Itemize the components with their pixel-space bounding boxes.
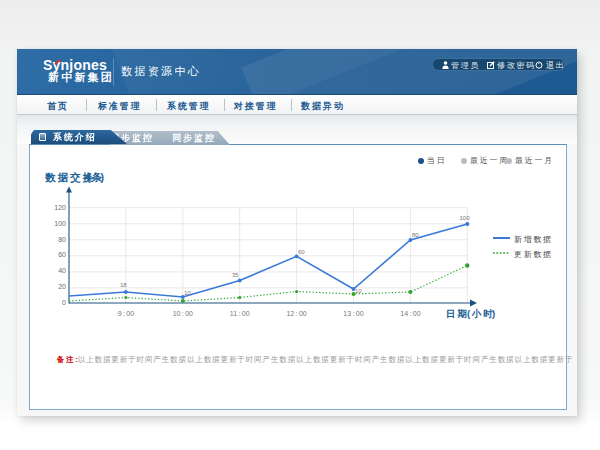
svg-text:35: 35	[232, 272, 239, 278]
svg-text:更新数据: 更新数据	[514, 250, 553, 259]
svg-text:80: 80	[58, 236, 66, 243]
svg-text:40: 40	[58, 267, 66, 274]
svg-text:120: 120	[54, 204, 66, 211]
svg-text:13 : 00: 13 : 00	[343, 310, 363, 317]
svg-text:60: 60	[298, 249, 305, 255]
svg-text:100: 100	[54, 220, 66, 227]
svg-text:10: 10	[355, 288, 362, 294]
svg-text:(: (	[87, 171, 91, 183]
svg-text:0: 0	[62, 299, 66, 306]
svg-text:10: 10	[184, 290, 191, 296]
svg-text:小时: 小时	[471, 308, 495, 319]
svg-text:9 : 00: 9 : 00	[118, 310, 135, 317]
svg-text:14 : 00: 14 : 00	[400, 310, 420, 317]
svg-text:): )	[101, 171, 105, 183]
svg-text:10 : 00: 10 : 00	[173, 310, 193, 317]
svg-text:18: 18	[120, 282, 127, 288]
svg-text:日期: 日期	[446, 308, 469, 319]
svg-text:100: 100	[460, 215, 471, 221]
svg-text:20: 20	[58, 283, 66, 290]
svg-text:): )	[492, 308, 495, 319]
svg-text:新增数据: 新增数据	[514, 235, 553, 244]
svg-text:(: (	[467, 308, 471, 319]
svg-text:12 : 00: 12 : 00	[286, 310, 306, 317]
svg-text:11 : 00: 11 : 00	[230, 310, 250, 317]
svg-text:60: 60	[58, 251, 66, 258]
svg-text:80: 80	[412, 232, 419, 238]
